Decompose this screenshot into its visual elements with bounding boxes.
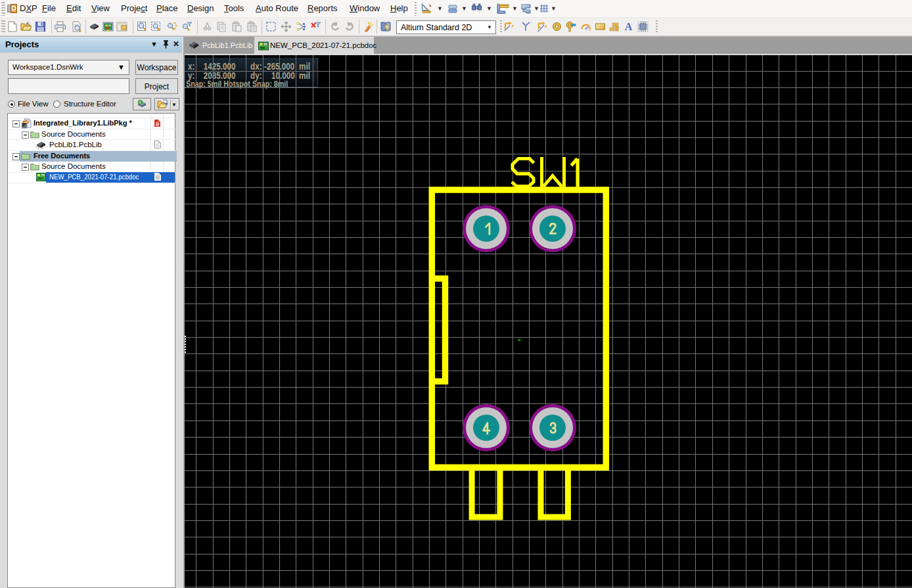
svg-text:A: A <box>625 21 633 32</box>
